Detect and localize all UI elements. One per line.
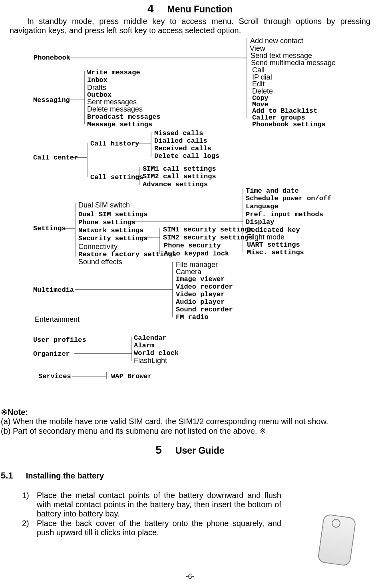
pb-addnew: Add new contact bbox=[250, 37, 303, 45]
step1-text: Place the metal contact points of the ba… bbox=[37, 491, 281, 518]
set-security: Security settings bbox=[78, 235, 147, 243]
ps-prefinput: Pref. input methods bbox=[246, 211, 323, 219]
msg-delete: Delete messages bbox=[87, 105, 143, 114]
note-title: ※Note: bbox=[1, 408, 28, 417]
set-network: Network settings bbox=[78, 227, 143, 235]
srv-wap: WAP Brower bbox=[111, 373, 152, 381]
section51-number: 5.1 bbox=[1, 470, 13, 480]
msg-broadcast: Broadcast messages bbox=[87, 113, 161, 121]
msg-write: Write message bbox=[87, 69, 140, 77]
menu-settings: Settings bbox=[33, 225, 66, 233]
sec-keypad: Auto keypad lock bbox=[164, 250, 229, 258]
ps-uart: UART settings bbox=[247, 241, 300, 249]
ch-received: Received calls bbox=[154, 145, 211, 153]
msg-inbox: Inbox bbox=[87, 76, 107, 84]
mm-vidrec: Video recorder bbox=[176, 283, 233, 291]
menu-messaging: Messaging bbox=[33, 96, 70, 104]
menu-organizer: Organizer bbox=[33, 350, 70, 358]
mm-fm: FM radio bbox=[176, 313, 209, 321]
set-dualswitch: Dual SIM switch bbox=[78, 201, 130, 209]
mm-camera: Camera bbox=[176, 268, 201, 276]
page: 4 Menu Function In standby mode, press m… bbox=[0, 0, 380, 588]
set-dualsettings: Dual SIM settings bbox=[78, 211, 147, 219]
sec-phone: Phone security bbox=[164, 242, 221, 250]
menu-user-profiles: User profiles bbox=[33, 336, 86, 344]
ps-timedate: Time and date bbox=[246, 187, 299, 195]
set-connectivity: Connectivity bbox=[78, 243, 117, 251]
org-alarm: Alarm bbox=[134, 342, 154, 350]
step2-num: 2) bbox=[22, 519, 29, 528]
note-a: (a) When the mobile have one valid SIM c… bbox=[1, 417, 368, 426]
sec-sim1: SIM1 security settings bbox=[163, 226, 253, 234]
org-worldclock: World clock bbox=[134, 349, 179, 357]
footer-separator bbox=[7, 567, 376, 567]
msg-settings: Message settings bbox=[87, 121, 152, 129]
set-phonesettings: Phone settings bbox=[78, 219, 135, 227]
page-number: -6- bbox=[0, 572, 380, 581]
org-flashlight: FlashLight bbox=[134, 357, 167, 365]
ps-schedule: Schedule power on/off bbox=[246, 195, 331, 203]
menu-multimedia: Multimedia bbox=[33, 286, 74, 294]
phone-illustration bbox=[308, 514, 368, 568]
menu-services: Services bbox=[38, 373, 71, 381]
section51-title: Installing the battery bbox=[26, 471, 104, 480]
section5-heading: 5 User Guide bbox=[0, 444, 380, 456]
ps-misc: Misc. settings bbox=[247, 249, 304, 257]
msg-drafts: Drafts bbox=[87, 84, 106, 92]
step1-num: 1) bbox=[22, 491, 29, 500]
pb-pbsettings: Phonebook settings bbox=[252, 121, 326, 129]
mm-soundrec: Sound recorder bbox=[176, 306, 233, 314]
set-sound: Sound effects bbox=[78, 258, 122, 266]
step2-text: Place the back cover of the battery onto… bbox=[37, 519, 281, 537]
mm-imageviewer: Image viewer bbox=[176, 275, 225, 283]
menu-call-center: Call center bbox=[33, 154, 78, 162]
cc-history: Call history bbox=[90, 140, 139, 148]
menu-phonebook: Phonebook bbox=[34, 54, 70, 62]
section5-number: 5 bbox=[155, 444, 162, 456]
section5-title: User Guide bbox=[175, 445, 225, 456]
ps-language: Language bbox=[246, 203, 279, 211]
cs-sim1: SIM1 call settings bbox=[143, 165, 216, 173]
mm-audioplay: Audio player bbox=[176, 298, 225, 306]
ch-missed: Missed calls bbox=[154, 130, 203, 138]
ps-display: Display bbox=[246, 218, 274, 226]
cc-settings: Call settings bbox=[90, 173, 143, 181]
ch-delete-logs: Delete call logs bbox=[154, 152, 219, 160]
mm-vidplay: Video player bbox=[176, 291, 225, 299]
section51-heading: 5.1 Installing the battery bbox=[1, 470, 104, 480]
menu-entertainment: Entertainment bbox=[35, 315, 80, 324]
set-restore: Restore factory settings bbox=[78, 251, 176, 259]
cs-sim2: SIM2 call settings bbox=[143, 173, 216, 181]
org-calendar: Calendar bbox=[134, 334, 167, 342]
ch-dialled: Dialled calls bbox=[154, 137, 207, 145]
sec-sim2: SIM2 security settings bbox=[163, 234, 253, 242]
cs-advance: Advance settings bbox=[143, 181, 208, 189]
note-b: (b) Part of secondary menu and its subme… bbox=[1, 427, 368, 436]
